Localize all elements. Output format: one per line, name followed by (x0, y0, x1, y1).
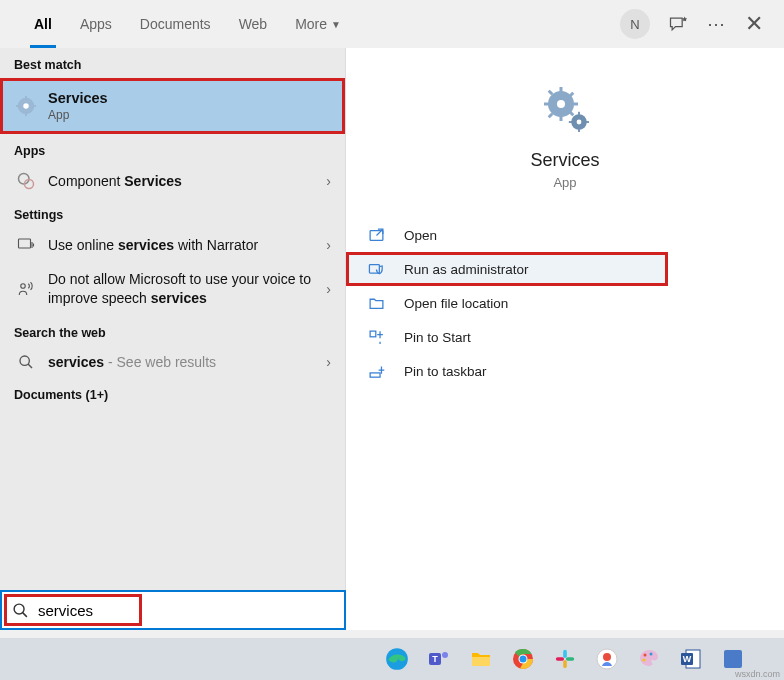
result-component-services[interactable]: Component Services › (0, 164, 345, 198)
narrator-icon (14, 236, 38, 254)
feedback-icon[interactable] (668, 14, 688, 34)
svg-rect-29 (370, 331, 376, 337)
search-results-panel: Best match Services App Apps Component S… (0, 48, 784, 630)
action-run-as-admin[interactable]: Run as administrator (346, 252, 668, 286)
taskbar-word[interactable]: W (674, 642, 708, 676)
chevron-right-icon: › (326, 237, 331, 253)
taskbar-app-red[interactable] (590, 642, 624, 676)
details-title: Services (530, 150, 599, 171)
search-tabs: All Apps Documents Web More▼ N ⋯ ✕ (0, 0, 784, 48)
web-label: Search the web (0, 316, 345, 346)
svg-rect-15 (544, 103, 550, 106)
close-icon[interactable]: ✕ (744, 14, 764, 34)
svg-rect-13 (560, 87, 563, 93)
svg-point-1 (23, 103, 29, 109)
svg-point-48 (643, 659, 646, 662)
svg-rect-25 (569, 121, 573, 123)
svg-rect-4 (16, 105, 20, 107)
svg-rect-5 (32, 105, 36, 107)
chevron-right-icon: › (326, 173, 331, 189)
svg-point-45 (603, 653, 611, 661)
svg-rect-16 (572, 103, 578, 106)
svg-point-31 (14, 604, 24, 614)
best-match-sub: App (48, 108, 331, 122)
svg-text:W: W (683, 654, 692, 664)
taskbar: T W (0, 638, 784, 680)
svg-rect-30 (370, 372, 380, 376)
svg-rect-24 (578, 129, 580, 132)
svg-rect-2 (25, 96, 27, 100)
chevron-right-icon: › (326, 281, 331, 297)
svg-point-39 (520, 656, 527, 663)
details-subtitle: App (553, 175, 576, 190)
folder-icon (368, 295, 390, 312)
result-web-services[interactable]: services - See web results › (0, 346, 345, 378)
search-icon (14, 354, 38, 370)
documents-label: Documents (1+) (0, 378, 345, 408)
pin-start-icon (368, 329, 390, 346)
svg-rect-3 (25, 112, 27, 116)
open-icon (368, 227, 390, 244)
result-narrator-services[interactable]: Use online services with Narrator › (0, 228, 345, 262)
actions-list: Open Run as administrator Open file loca… (346, 210, 784, 388)
result-speech-services[interactable]: Do not allow Microsoft to use your voice… (0, 262, 345, 316)
svg-point-10 (20, 356, 29, 365)
best-match-title: Services (48, 90, 331, 106)
svg-point-6 (19, 174, 30, 185)
svg-rect-40 (563, 650, 567, 658)
apps-label: Apps (0, 134, 345, 164)
svg-rect-8 (19, 239, 31, 248)
chevron-right-icon: › (326, 354, 331, 370)
svg-point-46 (644, 654, 647, 657)
action-open[interactable]: Open (346, 218, 784, 252)
action-pin-to-start[interactable]: Pin to Start (346, 320, 784, 354)
svg-point-9 (21, 284, 26, 289)
tab-web[interactable]: Web (225, 0, 282, 48)
tab-documents[interactable]: Documents (126, 0, 225, 48)
svg-point-47 (650, 653, 653, 656)
search-bar[interactable] (0, 590, 346, 630)
action-pin-to-taskbar[interactable]: Pin to taskbar (346, 354, 784, 388)
chevron-down-icon: ▼ (331, 19, 341, 30)
services-gear-icon (14, 95, 38, 117)
best-match-label: Best match (0, 48, 345, 78)
taskbar-teams[interactable]: T (422, 642, 456, 676)
component-services-icon (14, 172, 38, 190)
svg-rect-52 (724, 650, 742, 668)
svg-rect-42 (563, 660, 567, 668)
svg-rect-41 (566, 657, 574, 661)
taskbar-slack[interactable] (548, 642, 582, 676)
taskbar-chrome[interactable] (506, 642, 540, 676)
user-avatar[interactable]: N (620, 9, 650, 39)
svg-rect-36 (472, 657, 490, 666)
more-options-icon[interactable]: ⋯ (706, 14, 726, 34)
svg-point-12 (557, 100, 565, 108)
svg-rect-23 (578, 112, 580, 116)
taskbar-edge[interactable] (380, 642, 414, 676)
tab-apps[interactable]: Apps (66, 0, 126, 48)
svg-rect-14 (560, 115, 563, 121)
search-input[interactable] (38, 592, 344, 628)
results-list: Best match Services App Apps Component S… (0, 48, 346, 630)
settings-label: Settings (0, 198, 345, 228)
svg-point-35 (442, 652, 448, 658)
services-large-icon (541, 84, 589, 132)
speech-icon (14, 280, 38, 298)
svg-rect-43 (556, 657, 564, 661)
watermark: wsxdn.com (735, 669, 780, 679)
admin-shield-icon (368, 261, 390, 278)
svg-point-22 (577, 120, 582, 125)
action-open-file-location[interactable]: Open file location (346, 286, 784, 320)
svg-text:T: T (432, 654, 438, 664)
tab-all[interactable]: All (20, 0, 66, 48)
pin-taskbar-icon (368, 363, 390, 380)
taskbar-explorer[interactable] (464, 642, 498, 676)
best-match-result[interactable]: Services App (0, 78, 345, 134)
svg-rect-26 (586, 121, 589, 123)
tab-more[interactable]: More▼ (281, 0, 355, 48)
taskbar-paint[interactable] (632, 642, 666, 676)
search-icon (2, 602, 38, 619)
details-pane: Services App Open Run as administrator O… (346, 48, 784, 630)
